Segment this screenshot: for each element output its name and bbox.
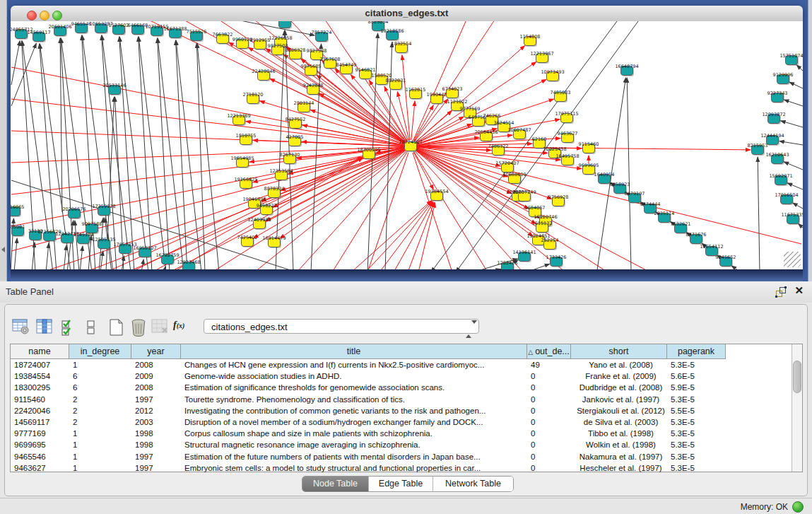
graph-node-label: 19384554 [425, 189, 448, 194]
graph-node-label: 9146821 [355, 67, 376, 73]
table-cell-in_degree: 2 [69, 405, 131, 416]
graph-node-label: 9684067 [525, 205, 546, 211]
graph-edge [46, 243, 49, 270]
graph-edge [758, 157, 760, 270]
table-cell-pagerank: 5.3E-5 [667, 428, 726, 439]
tab-network-table[interactable]: Network Table [433, 477, 513, 491]
table-cell-year: 1998 [131, 439, 181, 450]
graph-node-label: 19654985 [230, 156, 254, 161]
graph-node-label: 16958107 [133, 245, 156, 251]
show-columns-icon[interactable] [36, 318, 53, 338]
column-header-title[interactable]: title [181, 344, 527, 359]
table-row[interactable]: 1872400712008Changes of HCN gene express… [11, 359, 792, 370]
function-builder-icon[interactable]: f(x) [173, 320, 184, 331]
table-row[interactable]: 1938455462009Genome-wide association stu… [11, 370, 792, 382]
memory-status-label: Memory: OK [741, 502, 788, 512]
graph-node-label: 6479197 [625, 191, 645, 197]
delete-table-icon[interactable] [151, 318, 170, 338]
graph-edge [417, 148, 801, 244]
table-row[interactable]: 946362711997Embryonic stem cells: a mode… [11, 462, 792, 474]
graph-node-label: 12923468 [177, 259, 200, 265]
column-header-label: short [609, 346, 629, 356]
table-cell-year: 1997 [131, 451, 181, 462]
table-row[interactable]: 1830029562008Estimation of significance … [11, 382, 792, 393]
graph-node-label: 1282428 [498, 260, 518, 266]
table-row[interactable]: 969969511998Structural magnetic resonanc… [11, 439, 792, 450]
select-all-icon[interactable] [61, 318, 76, 339]
table-row[interactable]: 946554611997Estimation of the future num… [11, 451, 792, 462]
graph-node-label: 9827548 [307, 48, 327, 54]
graph-node-label: 3624554 [494, 120, 514, 126]
citation-network-graph[interactable]: 1872400776638229960129891295512226058982… [11, 21, 803, 270]
memory-status-indicator[interactable] [792, 501, 804, 513]
new-column-icon[interactable] [107, 318, 126, 339]
column-header-name[interactable]: name [11, 344, 69, 359]
graph-node-label: 9875685 [301, 64, 322, 69]
graph-edge [276, 30, 285, 270]
graph-node-label: 7425402 [237, 235, 258, 240]
window-resize-grip[interactable] [784, 252, 801, 267]
graph-node-label: 17975115 [555, 111, 578, 117]
graph-node-label: 8427552 [286, 117, 306, 122]
table-row[interactable]: 2242004622012Investigating the contribut… [11, 405, 792, 416]
table-scrollbar-thumb[interactable] [793, 361, 801, 393]
table-tabs: Node TableEdge TableNetwork Table [302, 476, 514, 492]
table-scrollbar[interactable] [792, 344, 802, 472]
table-cell-year: 2008 [131, 359, 181, 370]
table-cell-year: 2008 [131, 382, 181, 393]
table-cell-pagerank: 5.9E-5 [667, 382, 726, 393]
tab-edge-table[interactable]: Edge Table [368, 477, 433, 491]
graph-node-label: 15720407 [495, 160, 519, 166]
column-header-short[interactable]: short [571, 344, 667, 359]
graph-node-label: 8454749 [336, 62, 357, 68]
close-panel-icon[interactable]: ✕ [794, 284, 804, 297]
graph-node-label: 1733426 [546, 255, 567, 260]
table-cell-name: 22420046 [11, 405, 69, 416]
table-cell-short: Tibbo et al. (1998) [571, 428, 667, 439]
column-header-label: year [147, 346, 164, 356]
table-cell-out_de: 0 [527, 382, 571, 393]
graph-node-label: 2935114 [654, 211, 675, 216]
table-row[interactable]: 977716911998Corpus callosum shape and si… [11, 428, 792, 439]
graph-node-label: 2516065 [11, 204, 24, 210]
tab-node-table[interactable]: Node Table [302, 477, 368, 491]
graph-edge [139, 37, 152, 270]
graph-node-label: 16648794 [615, 64, 638, 69]
collapse-panel-icon[interactable] [1, 247, 5, 252]
column-header-pagerank[interactable]: pagerank [667, 344, 726, 359]
graph-node-label: 746266 [483, 113, 501, 119]
graph-node-label: 1832554 [392, 41, 412, 47]
table-selector-dropdown[interactable]: citations_edges.txt [204, 319, 479, 334]
delete-trash-icon[interactable] [129, 318, 148, 339]
column-header-year[interactable]: year [131, 344, 181, 359]
table-row[interactable]: 911546021997Tourette syndrome. Phenomeno… [11, 394, 792, 405]
graph-node-label: 12226058 [269, 35, 292, 41]
column-header-out_de[interactable]: △out_de... [527, 344, 571, 359]
row-mode-icon[interactable] [86, 318, 96, 339]
node-table: namein_degreeyeartitle△out_de...shortpag… [10, 344, 803, 472]
graph-node-label: 12213369 [227, 113, 250, 119]
column-header-label: name [28, 346, 50, 356]
graph-node-label: 7515526 [187, 29, 207, 35]
graph-edge [102, 35, 117, 270]
table-row[interactable]: 1456911722003Disruption of a novel membe… [11, 416, 792, 428]
graph-node-label: 1145194 [73, 232, 94, 238]
graph-node-label: 8186328 [286, 47, 306, 53]
graph-node-label: 14569117 [27, 30, 50, 35]
graph-node-label: 9756928 [548, 194, 569, 200]
graph-node-label: 1615132 [532, 221, 553, 226]
table-cell-in_degree: 2 [69, 416, 131, 428]
network-window-titlebar[interactable]: citations_edges.txt [11, 6, 803, 22]
column-header-in_degree[interactable]: in_degree [69, 344, 131, 359]
graph-node[interactable] [279, 21, 291, 28]
table-cell-year: 2012 [131, 405, 181, 416]
graph-edge [14, 238, 17, 270]
graph-node-label: 18300295 [357, 147, 380, 153]
graph-node-label: 9227343 [767, 90, 788, 96]
table-cell-title: Genome-wide association studies in ADHD. [181, 370, 527, 382]
network-canvas[interactable]: 1872400776638229960129891295512226058982… [11, 21, 803, 270]
table-settings-icon[interactable] [12, 318, 30, 338]
float-panel-icon[interactable] [775, 286, 787, 298]
graph-node-label: 20206576 [62, 206, 86, 212]
graph-node-label: 20691406 [48, 24, 71, 30]
